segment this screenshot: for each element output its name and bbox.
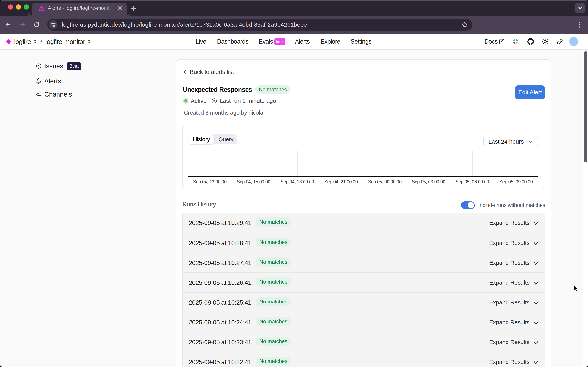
run-row[interactable]: 2025-09-05 at 10:29:41 No matches Expand… [183,213,545,233]
theme-sun-icon[interactable] [542,38,548,45]
nav-dashboards[interactable]: Dashboards [217,34,248,49]
x-axis-tick-label: Sep 05, 03:00:00 [412,179,445,184]
tune-icon [51,22,56,27]
nav-alerts[interactable]: Alerts [295,34,310,49]
chart-gridline [385,151,385,176]
sidebar-item-label: Alerts [44,77,61,85]
tab-close-icon[interactable] [118,6,122,10]
alert-title: Unexpected Responses [183,86,252,93]
no-matches-badge: No matches [256,317,291,326]
chart-gridline [472,151,473,176]
run-timestamp: 2025-09-05 at 10:25:41 [189,292,251,312]
browser-tab-strip: Alerts · logfire/logfire-monitor [0,0,588,16]
external-link-icon [499,39,504,44]
expand-results-label: Expand Results [489,339,529,345]
run-row[interactable]: 2025-09-05 at 10:24:41 No matches Expand… [183,312,545,332]
run-row[interactable]: 2025-09-05 at 10:26:41 No matches Expand… [183,272,545,292]
history-query-tabs: History Query [188,134,238,144]
address-bar[interactable]: logfire-us.pydantic.dev/logfire/logfire-… [47,19,472,31]
tab-query[interactable]: Query [214,134,238,144]
chevron-down-icon [533,320,538,325]
run-timestamp: 2025-09-05 at 10:26:41 [189,273,251,292]
close-window-button[interactable] [8,4,13,9]
alert-detail-card: Back to alerts list Unexpected Responses… [176,59,551,367]
sidebar-item-issues[interactable]: Issues Beta [36,61,81,72]
sidebar-item-channels[interactable]: Channels [36,89,72,100]
run-row[interactable]: 2025-09-05 at 10:28:41 No matches Expand… [183,233,545,253]
nav-settings[interactable]: Settings [350,34,371,49]
scrollbar-thumb[interactable] [584,51,588,162]
expand-results-button[interactable]: Expand Results [489,292,538,312]
url-text: logfire-us.pydantic.dev/logfire/logfire-… [62,21,307,28]
docs-label: Docs [484,38,498,45]
bookmark-star-icon[interactable] [461,21,468,28]
nav-explore[interactable]: Explore [321,34,340,49]
run-row[interactable]: 2025-09-05 at 10:22:41 No matches Expand… [183,352,545,367]
chart-gridline [341,151,341,176]
expand-results-button[interactable]: Expand Results [489,233,538,253]
expand-results-button[interactable]: Expand Results [489,273,538,292]
back-to-alerts-link[interactable]: Back to alerts list [183,66,234,78]
share-link-icon[interactable] [557,39,563,44]
expand-results-button[interactable]: Expand Results [489,352,538,367]
nav-evals[interactable]: Evalsbeta [259,34,285,49]
chevrons-up-down-icon[interactable] [86,39,91,44]
run-row[interactable]: 2025-09-05 at 10:23:41 No matches Expand… [183,332,545,352]
slack-icon[interactable] [512,39,518,44]
run-row[interactable]: 2025-09-05 at 10:27:41 No matches Expand… [183,253,545,272]
scrollbar-track[interactable] [583,50,588,367]
forward-button[interactable] [20,22,26,28]
zoom-window-button[interactable] [24,4,29,9]
minimize-window-button[interactable] [16,4,21,9]
sidebar-item-alerts[interactable]: Alerts [36,75,61,86]
chart-gridline [254,151,254,176]
tab-search-button[interactable] [575,2,586,13]
back-label: Back to alerts list [190,69,234,75]
nav-live[interactable]: Live [196,34,206,49]
chart-gridline [516,151,516,176]
github-icon[interactable] [527,38,534,45]
expand-results-button[interactable]: Expand Results [489,253,538,273]
user-avatar[interactable]: - [569,37,578,46]
time-range-select[interactable]: Last 24 hours [483,137,538,147]
chart-gridline [297,151,298,176]
alert-last-run: Last run 1 minute ago [220,98,276,104]
run-timestamp: 2025-09-05 at 10:22:41 [189,352,251,367]
no-matches-badge: No matches [256,357,291,366]
runs-history-header: Runs History Include runs without matche… [182,200,545,210]
no-matches-badge: No matches [256,337,291,346]
new-tab-button[interactable] [131,6,136,11]
nav-label: Dashboards [217,38,248,45]
avatar-label: - [572,39,575,45]
time-range-value: Last 24 hours [488,138,524,145]
edit-alert-button[interactable]: Edit Alert [515,85,545,99]
tab-history[interactable]: History [188,134,214,144]
project-selector[interactable]: logfire-monitor [45,38,85,45]
tab-title: Alerts · logfire/logfire-monitor [48,5,112,11]
expand-results-button[interactable]: Expand Results [489,332,538,352]
sidebar-beta-badge: Beta [67,62,81,70]
browser-menu-button[interactable] [579,22,580,28]
history-chart-plot [188,151,538,177]
include-runs-toggle[interactable] [461,201,475,209]
chevron-down-icon [533,281,538,286]
nav-label: Alerts [295,38,310,45]
reload-button[interactable] [34,22,40,28]
browser-tab[interactable]: Alerts · logfire/logfire-monitor [32,2,127,16]
org-project-breadcrumb: logfire / logfire-monitor [5,34,91,49]
run-row[interactable]: 2025-09-05 at 10:25:41 No matches Expand… [183,292,545,312]
chart-gridline [210,151,210,176]
no-matches-badge: No matches [256,277,291,287]
expand-results-button[interactable]: Expand Results [489,213,538,233]
back-button[interactable] [5,22,11,28]
site-settings-button[interactable] [49,20,58,29]
mouse-cursor [574,285,579,292]
chevrons-up-down-icon[interactable] [33,39,37,44]
history-chart-card: History Query Last 24 hours [182,126,545,188]
expand-results-button[interactable]: Expand Results [489,312,538,332]
docs-link[interactable]: Docs [484,38,504,45]
org-selector[interactable]: logfire [14,38,31,45]
x-axis-tick-label: Sep 04, 18:00:00 [281,179,314,184]
logfire-favicon-icon [39,5,45,11]
sidebar-item-label: Channels [44,91,72,98]
